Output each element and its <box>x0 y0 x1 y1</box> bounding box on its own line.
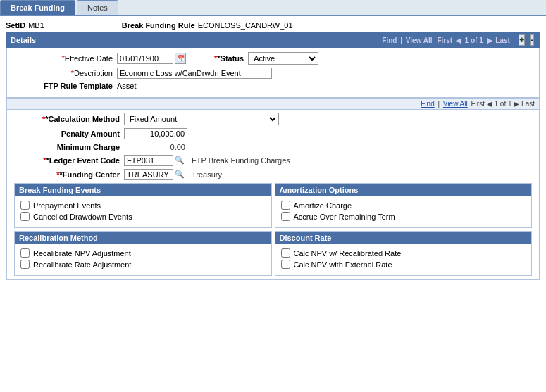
recal-npv-checkbox[interactable] <box>20 248 30 258</box>
tab-break-funding[interactable]: Break Funding <box>0 0 75 15</box>
page-content: SetID MB1 Break Funding Rule ECONLOSS_CA… <box>0 16 546 283</box>
calc-npv-recal-label: Calc NPV w/ Recalibrated Rate <box>294 249 402 258</box>
recal-rate-row: Recalibrate Rate Adjustment <box>20 260 266 269</box>
rule-value: ECONLOSS_CANDRW_01 <box>198 21 293 30</box>
add-record-button[interactable]: + <box>519 34 525 46</box>
prepayment-row: Prepayment Events <box>20 201 266 210</box>
calc-method-row: **Calculation Method Fixed Amount Percen… <box>14 113 532 125</box>
penalty-label: Penalty Amount <box>14 129 120 138</box>
details-first[interactable]: First <box>437 37 452 44</box>
ledger-label: **Ledger Event Code <box>14 156 120 165</box>
inner-nav: Find | View All First ◀ 1 of 1 ▶ Last <box>6 98 540 110</box>
amortization-body: Amortize Charge Accrue Over Remaining Te… <box>275 196 532 227</box>
penalty-input[interactable] <box>124 128 187 139</box>
details-page-info: 1 of 1 <box>465 37 483 44</box>
recalibration-body: Recalibrate NPV Adjustment Recalibrate R… <box>15 244 271 275</box>
ftp-label: FTP Rule Template <box>14 82 113 90</box>
break-funding-events-body: Prepayment Events Cancelled Drawdown Eve… <box>15 196 271 227</box>
ledger-row: **Ledger Event Code 🔍 FTP Break Funding … <box>14 155 532 166</box>
funding-row: **Funding Center 🔍 Treasury <box>14 169 532 180</box>
recal-npv-label: Recalibrate NPV Adjustment <box>33 249 131 258</box>
ftp-value: Asset <box>117 82 137 90</box>
inner-page-info: 1 of 1 <box>495 100 512 108</box>
penalty-row: Penalty Amount <box>14 128 532 139</box>
effective-date-input[interactable] <box>117 53 173 64</box>
events-amortization-row: Break Funding Events Prepayment Events C… <box>14 183 532 228</box>
amortization-header: Amortization Options <box>275 184 532 196</box>
min-charge-row: Minimum Charge 0.00 <box>14 142 532 152</box>
min-charge-label: Minimum Charge <box>14 143 120 151</box>
tab-notes[interactable]: Notes <box>77 0 118 15</box>
details-body: *Effective Date 📅 **Status Active Inacti… <box>6 48 540 98</box>
details-viewall-link[interactable]: View All <box>406 37 433 44</box>
prepayment-checkbox[interactable] <box>20 201 30 210</box>
accrue-checkbox[interactable] <box>281 212 290 221</box>
amortize-label: Amortize Charge <box>294 201 352 210</box>
accrue-label: Accrue Over Remaining Term <box>294 213 395 221</box>
set-info-row: SetID MB1 Break Funding Rule ECONLOSS_CA… <box>6 19 540 32</box>
inner-find-link[interactable]: Find <box>421 100 434 108</box>
funding-desc: Treasury <box>192 170 222 179</box>
recal-rate-checkbox[interactable] <box>20 260 30 269</box>
calendar-icon[interactable]: 📅 <box>175 53 186 64</box>
setid-label: SetID <box>6 21 25 30</box>
details-section: Details Find | View All First ◀ 1 of 1 ▶… <box>6 32 540 280</box>
details-find-link[interactable]: Find <box>382 37 397 44</box>
calc-npv-ext-label: Calc NPV with External Rate <box>294 260 392 269</box>
calc-npv-ext-row: Calc NPV with External Rate <box>281 260 526 269</box>
cancelled-label: Cancelled Drawdown Events <box>33 213 132 221</box>
calc-method-select[interactable]: Fixed Amount Percent of Principal Custom <box>124 113 279 125</box>
description-label: *Description <box>14 69 113 77</box>
inner-viewall-link[interactable]: View All <box>443 100 468 108</box>
discount-rate-section: Discount Rate Calc NPV w/ Recalibrated R… <box>275 231 533 276</box>
calc-npv-recal-row: Calc NPV w/ Recalibrated Rate <box>281 248 526 258</box>
tab-bar: Break Funding Notes <box>0 0 546 16</box>
break-funding-events-section: Break Funding Events Prepayment Events C… <box>14 183 272 228</box>
amortize-row: Amortize Charge <box>281 201 526 210</box>
amortize-checkbox[interactable] <box>281 201 290 210</box>
inner-last[interactable]: Last <box>521 100 535 108</box>
break-funding-events-header: Break Funding Events <box>15 184 271 196</box>
cancelled-row: Cancelled Drawdown Events <box>20 212 266 221</box>
funding-input[interactable] <box>124 169 173 180</box>
ledger-search-icon[interactable]: 🔍 <box>175 156 185 165</box>
status-section: **Status Active Inactive <box>214 52 318 65</box>
rule-label: Break Funding Rule <box>122 21 195 30</box>
effective-date-label: *Effective Date <box>14 54 113 63</box>
funding-search-icon[interactable]: 🔍 <box>175 170 185 179</box>
description-input[interactable] <box>117 68 272 79</box>
effective-date-row: *Effective Date 📅 **Status Active Inacti… <box>14 52 532 65</box>
min-charge-value: 0.00 <box>124 142 187 152</box>
recal-npv-row: Recalibrate NPV Adjustment <box>20 248 266 258</box>
calc-npv-recal-checkbox[interactable] <box>281 248 290 258</box>
prepayment-label: Prepayment Events <box>33 201 101 210</box>
status-label: **Status <box>214 54 244 63</box>
funding-label: **Funding Center <box>14 170 120 179</box>
inner-first[interactable]: First <box>471 100 484 108</box>
cancelled-checkbox[interactable] <box>20 212 30 221</box>
remove-record-button[interactable]: - <box>530 34 534 46</box>
recal-rate-label: Recalibrate Rate Adjustment <box>33 260 131 269</box>
discount-rate-body: Calc NPV w/ Recalibrated Rate Calc NPV w… <box>275 244 532 275</box>
accrue-row: Accrue Over Remaining Term <box>281 212 526 221</box>
setid-value: MB1 <box>28 21 44 30</box>
ledger-input[interactable] <box>124 155 173 166</box>
recalibration-discount-row: Recalibration Method Recalibrate NPV Adj… <box>14 231 532 276</box>
recalibration-section: Recalibration Method Recalibrate NPV Adj… <box>14 231 272 276</box>
calc-method-label: **Calculation Method <box>14 115 120 123</box>
discount-rate-header: Discount Rate <box>275 232 532 244</box>
status-select[interactable]: Active Inactive <box>248 52 318 65</box>
description-row: *Description <box>14 68 532 79</box>
details-header: Details Find | View All First ◀ 1 of 1 ▶… <box>6 32 540 48</box>
calc-npv-ext-checkbox[interactable] <box>281 260 290 269</box>
details-nav: Find | View All First ◀ 1 of 1 ▶ Last + … <box>380 34 535 46</box>
details-last[interactable]: Last <box>495 37 510 44</box>
inner-section: **Calculation Method Fixed Amount Percen… <box>6 110 540 279</box>
ledger-desc: FTP Break Funding Charges <box>192 156 290 165</box>
ftp-row: FTP Rule Template Asset <box>14 82 532 90</box>
amortization-section: Amortization Options Amortize Charge Acc… <box>275 183 533 228</box>
recalibration-header: Recalibration Method <box>15 232 271 244</box>
